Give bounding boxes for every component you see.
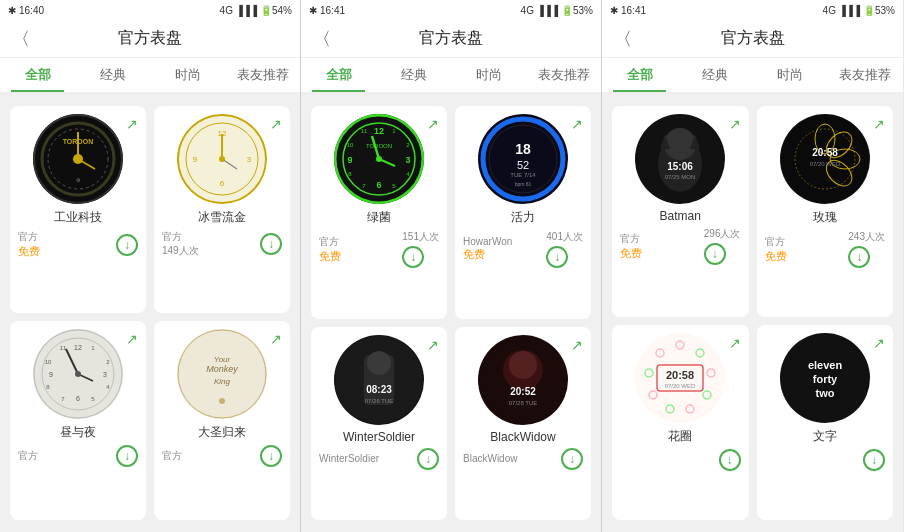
tab-classic-1[interactable]: 经典 [75, 58, 150, 92]
back-button-1[interactable]: 〈 [12, 27, 30, 51]
watch-count-rose: 243人次 [848, 230, 885, 244]
download-btn-wintersoldier[interactable]: ↓ [417, 448, 439, 470]
svg-point-76 [664, 128, 696, 160]
battery-1: 🔋54% [260, 5, 292, 16]
watch-count-batman: 296人次 [704, 227, 741, 241]
tab-bar-3: 全部 经典 时尚 表友推荐 [602, 58, 903, 94]
watch-name-green: 绿菌 [367, 209, 391, 226]
watch-circle-vitality[interactable]: 18 52 TUE 7/14 bpm 61 [478, 114, 568, 204]
svg-text:6: 6 [376, 180, 381, 190]
watch-price-vitality: 免费 [463, 247, 512, 262]
watch-svg-text: eleven forty two [780, 333, 870, 423]
watch-name-wintersoldier: WinterSoldier [343, 430, 415, 444]
svg-text:15:06: 15:06 [667, 161, 693, 172]
watch-card-industrial: ↗ TOROON ⚙ 工业科技 官方 [10, 106, 146, 313]
status-right-3: 4G ▐▐▐ 🔋53% [823, 5, 895, 16]
status-left-3: ✱ 16:41 [610, 5, 646, 16]
arrow-icon-2: ↗ [270, 116, 282, 132]
back-button-2[interactable]: 〈 [313, 27, 331, 51]
svg-text:07/28 TUE: 07/28 TUE [509, 400, 538, 406]
arrow-icon-5: ↗ [427, 116, 439, 132]
svg-text:3: 3 [247, 155, 252, 164]
status-left-2: ✱ 16:41 [309, 5, 345, 16]
tab-classic-2[interactable]: 经典 [376, 58, 451, 92]
svg-text:07/20 WED: 07/20 WED [809, 161, 840, 167]
svg-text:11: 11 [361, 128, 368, 134]
status-right-1: 4G ▐▐▐ 🔋54% [220, 5, 292, 16]
download-btn-rose[interactable]: ↓ [848, 246, 870, 268]
tab-fashion-3[interactable]: 时尚 [753, 58, 828, 92]
tab-friend-3[interactable]: 表友推荐 [828, 58, 903, 92]
watch-circle-batman[interactable]: 15:06 07/25 MON [635, 114, 725, 204]
arrow-icon-9: ↗ [729, 116, 741, 132]
watch-circle-green[interactable]: 12 6 9 3 10 2 8 4 11 1 7 5 TOROON [334, 114, 424, 204]
watch-face-container-6: ↗ 18 52 TUE 7/14 bpm 61 [461, 114, 585, 204]
watch-source-vitality: HowarWon [463, 236, 512, 247]
svg-text:07/25 MON: 07/25 MON [665, 174, 696, 180]
tab-fashion-2[interactable]: 时尚 [451, 58, 526, 92]
download-btn-icesnow[interactable]: ↓ [260, 233, 282, 255]
watch-face-container-7: ↗ 08:23 07/26 TUE [317, 335, 441, 425]
watch-name-daynight: 昼与夜 [60, 424, 96, 441]
svg-point-81 [781, 115, 869, 203]
watch-svg-batman: 15:06 07/25 MON [635, 114, 725, 204]
watch-circle-monkeyking[interactable]: Your Monkey King [177, 329, 267, 419]
watch-name-monkeyking: 大圣归来 [198, 424, 246, 441]
download-btn-text[interactable]: ↓ [863, 449, 885, 471]
tab-all-2[interactable]: 全部 [301, 58, 376, 92]
watch-circle-wintersoldier[interactable]: 08:23 07/26 TUE [334, 335, 424, 425]
arrow-icon-4: ↗ [270, 331, 282, 347]
download-btn-industrial[interactable]: ↓ [116, 234, 138, 256]
top-bar-2: 〈 官方表盘 [301, 20, 601, 58]
watch-source-industrial: 官方 [18, 230, 40, 244]
download-btn-vitality[interactable]: ↓ [546, 246, 568, 268]
watch-meta-blackwidow: BlackWidow ↓ [461, 448, 585, 470]
watch-circle-daynight[interactable]: 12 6 9 3 11 1 10 2 8 4 7 5 [33, 329, 123, 419]
tab-all-1[interactable]: 全部 [0, 58, 75, 92]
watch-face-container-9: ↗ 15:06 07/25 MON [618, 114, 743, 204]
watch-circle-flower[interactable]: 20:58 07/20 WED [635, 333, 725, 423]
download-btn-flower[interactable]: ↓ [719, 449, 741, 471]
watch-circle-industrial[interactable]: TOROON ⚙ [33, 114, 123, 204]
watch-circle-blackwidow[interactable]: 20:52 07/28 TUE [478, 335, 568, 425]
watch-name-batman: Batman [660, 209, 701, 223]
download-btn-monkeyking[interactable]: ↓ [260, 445, 282, 467]
download-btn-blackwidow[interactable]: ↓ [561, 448, 583, 470]
svg-text:TOROON: TOROON [366, 143, 392, 149]
tab-friend-2[interactable]: 表友推荐 [526, 58, 601, 92]
watch-price-batman: 免费 [620, 246, 642, 261]
watch-circle-rose[interactable]: 20:58 07/20 WED [780, 114, 870, 204]
page-title-2: 官方表盘 [419, 28, 483, 49]
watch-name-icesnow: 冰雪流金 [198, 209, 246, 226]
watch-circle-text[interactable]: eleven forty two [780, 333, 870, 423]
watch-grid-3: ↗ 15:06 07/25 MON Batman [602, 94, 903, 532]
top-bar-1: 〈 官方表盘 [0, 20, 300, 58]
watch-meta-wintersoldier: WinterSoldier ↓ [317, 448, 441, 470]
svg-text:6: 6 [76, 395, 80, 402]
download-btn-green[interactable]: ↓ [402, 246, 424, 268]
tab-friend-1[interactable]: 表友推荐 [225, 58, 300, 92]
download-btn-batman[interactable]: ↓ [704, 243, 726, 265]
watch-svg-daynight: 12 6 9 3 11 1 10 2 8 4 7 5 [33, 329, 123, 419]
watch-svg-monkeyking: Your Monkey King [177, 329, 267, 419]
tab-fashion-1[interactable]: 时尚 [150, 58, 225, 92]
watch-card-flower: ↗ [612, 325, 749, 520]
watch-meta-industrial: 官方 免费 ↓ [16, 230, 140, 259]
watch-meta-text: ↓ [763, 449, 888, 471]
svg-text:08:23: 08:23 [366, 384, 392, 395]
tab-all-3[interactable]: 全部 [602, 58, 677, 92]
svg-text:6: 6 [220, 179, 225, 188]
watch-card-daynight: ↗ 12 6 9 3 11 1 10 2 8 4 [10, 321, 146, 521]
back-button-3[interactable]: 〈 [614, 27, 632, 51]
download-btn-daynight[interactable]: ↓ [116, 445, 138, 467]
status-left-1: ✱ 16:40 [8, 5, 44, 16]
watch-circle-icesnow[interactable]: 12 6 9 3 [177, 114, 267, 204]
watch-grid-1: ↗ TOROON ⚙ 工业科技 官方 [0, 94, 300, 532]
svg-text:10: 10 [45, 359, 52, 365]
watch-source-rose: 官方 [765, 235, 787, 249]
watch-svg-icesnow: 12 6 9 3 [177, 114, 267, 204]
svg-point-66 [367, 351, 391, 375]
watch-name-text: 文字 [813, 428, 837, 445]
top-bar-3: 〈 官方表盘 [602, 20, 903, 58]
tab-classic-3[interactable]: 经典 [677, 58, 752, 92]
